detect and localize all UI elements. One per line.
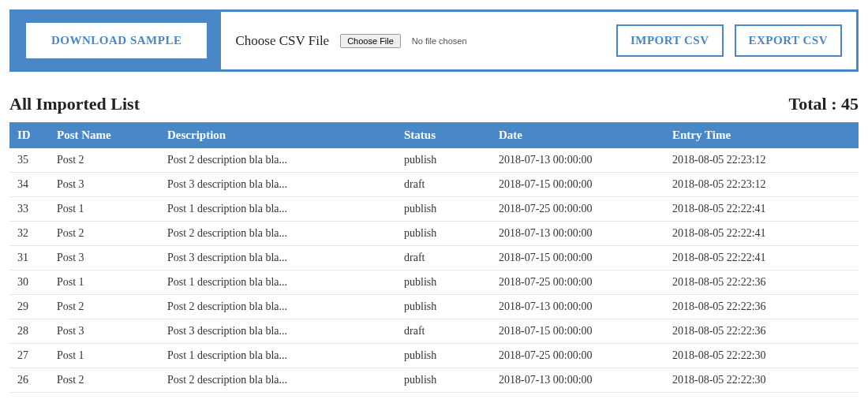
td-date: 2018-07-13 00:00:00 xyxy=(491,148,664,173)
total-label: Total : xyxy=(789,94,837,114)
td-date: 2018-07-25 00:00:00 xyxy=(491,344,664,368)
th-date: Date xyxy=(491,122,664,148)
table-row: 29Post 2Post 2 description bla bla...pub… xyxy=(9,295,859,319)
td-entry-time: 2018-08-05 22:22:30 xyxy=(664,344,859,368)
td-status: publish xyxy=(396,197,491,222)
th-description: Description xyxy=(159,122,396,148)
th-entry-time: Entry Time xyxy=(664,122,859,148)
td-entry-time: 2018-08-05 22:22:41 xyxy=(664,197,859,222)
td-id: 26 xyxy=(9,368,49,393)
total-count: Total : 45 xyxy=(789,94,859,114)
td-status: publish xyxy=(396,271,491,295)
download-sample-button[interactable]: DOWNLOAD SAMPLE xyxy=(26,23,207,58)
td-entry-time: 2018-08-05 22:23:12 xyxy=(664,148,859,173)
td-id: 35 xyxy=(9,148,49,173)
import-csv-button[interactable]: IMPORT CSV xyxy=(616,24,724,57)
choose-csv-label: Choose CSV File xyxy=(235,33,329,49)
td-post-name: Post 2 xyxy=(49,148,159,173)
td-entry-time: 2018-08-05 22:22:36 xyxy=(664,319,859,344)
td-description: Post 2 description bla bla... xyxy=(159,368,396,393)
list-title: All Imported List xyxy=(9,94,140,114)
td-status: publish xyxy=(396,368,491,393)
td-date: 2018-07-13 00:00:00 xyxy=(491,295,664,319)
td-description: Post 1 description bla bla... xyxy=(159,344,396,368)
td-description: Post 1 description bla bla... xyxy=(159,271,396,295)
table-row: 26Post 2Post 2 description bla bla...pub… xyxy=(9,368,859,393)
td-post-name: Post 2 xyxy=(49,368,159,393)
table-row: 34Post 3Post 3 description bla bla...dra… xyxy=(9,173,859,197)
td-description: Post 2 description bla bla... xyxy=(159,222,396,246)
imported-list-table: ID Post Name Description Status Date Ent… xyxy=(9,122,859,393)
td-description: Post 1 description bla bla... xyxy=(159,197,396,222)
td-post-name: Post 1 xyxy=(49,271,159,295)
td-post-name: Post 3 xyxy=(49,319,159,344)
td-id: 31 xyxy=(9,246,49,271)
td-date: 2018-07-13 00:00:00 xyxy=(491,222,664,246)
upload-area: Choose CSV File Choose File No file chos… xyxy=(221,12,601,69)
td-id: 27 xyxy=(9,344,49,368)
td-post-name: Post 3 xyxy=(49,173,159,197)
td-id: 33 xyxy=(9,197,49,222)
top-bar: DOWNLOAD SAMPLE Choose CSV File Choose F… xyxy=(9,9,859,72)
td-status: publish xyxy=(396,295,491,319)
list-header-row: All Imported List Total : 45 xyxy=(9,94,859,114)
td-description: Post 3 description bla bla... xyxy=(159,319,396,344)
td-status: draft xyxy=(396,319,491,344)
total-value: 45 xyxy=(841,94,859,114)
table-row: 31Post 3Post 3 description bla bla...dra… xyxy=(9,246,859,271)
td-post-name: Post 3 xyxy=(49,246,159,271)
td-status: publish xyxy=(396,148,491,173)
td-date: 2018-07-25 00:00:00 xyxy=(491,271,664,295)
td-post-name: Post 2 xyxy=(49,295,159,319)
td-entry-time: 2018-08-05 22:22:30 xyxy=(664,368,859,393)
td-entry-time: 2018-08-05 22:22:41 xyxy=(664,222,859,246)
table-row: 35Post 2Post 2 description bla bla...pub… xyxy=(9,148,859,173)
td-date: 2018-07-15 00:00:00 xyxy=(491,173,664,197)
td-description: Post 2 description bla bla... xyxy=(159,148,396,173)
no-file-chosen-text: No file chosen xyxy=(412,36,467,46)
td-id: 28 xyxy=(9,319,49,344)
td-entry-time: 2018-08-05 22:22:36 xyxy=(664,295,859,319)
th-post-name: Post Name xyxy=(49,122,159,148)
td-id: 30 xyxy=(9,271,49,295)
th-id: ID xyxy=(9,122,49,148)
td-id: 29 xyxy=(9,295,49,319)
table-row: 27Post 1Post 1 description bla bla...pub… xyxy=(9,344,859,368)
td-post-name: Post 1 xyxy=(49,197,159,222)
table-row: 28Post 3Post 3 description bla bla...dra… xyxy=(9,319,859,344)
td-entry-time: 2018-08-05 22:22:41 xyxy=(664,246,859,271)
td-date: 2018-07-15 00:00:00 xyxy=(491,246,664,271)
td-entry-time: 2018-08-05 22:23:12 xyxy=(664,173,859,197)
td-id: 32 xyxy=(9,222,49,246)
td-date: 2018-07-25 00:00:00 xyxy=(491,197,664,222)
td-post-name: Post 2 xyxy=(49,222,159,246)
right-buttons: IMPORT CSV EXPORT CSV xyxy=(602,12,856,69)
td-date: 2018-07-13 00:00:00 xyxy=(491,368,664,393)
td-date: 2018-07-15 00:00:00 xyxy=(491,319,664,344)
td-status: draft xyxy=(396,246,491,271)
td-description: Post 3 description bla bla... xyxy=(159,173,396,197)
table-row: 30Post 1Post 1 description bla bla...pub… xyxy=(9,271,859,295)
export-csv-button[interactable]: EXPORT CSV xyxy=(735,24,842,57)
td-status: publish xyxy=(396,222,491,246)
td-description: Post 2 description bla bla... xyxy=(159,295,396,319)
table-row: 32Post 2Post 2 description bla bla...pub… xyxy=(9,222,859,246)
td-status: draft xyxy=(396,173,491,197)
choose-file-button[interactable]: Choose File xyxy=(340,34,401,48)
th-status: Status xyxy=(396,122,491,148)
td-description: Post 3 description bla bla... xyxy=(159,246,396,271)
table-row: 33Post 1Post 1 description bla bla...pub… xyxy=(9,197,859,222)
download-sample-container: DOWNLOAD SAMPLE xyxy=(12,12,221,69)
table-header-row: ID Post Name Description Status Date Ent… xyxy=(9,122,859,148)
td-status: publish xyxy=(396,344,491,368)
td-id: 34 xyxy=(9,173,49,197)
td-post-name: Post 1 xyxy=(49,344,159,368)
td-entry-time: 2018-08-05 22:22:36 xyxy=(664,271,859,295)
